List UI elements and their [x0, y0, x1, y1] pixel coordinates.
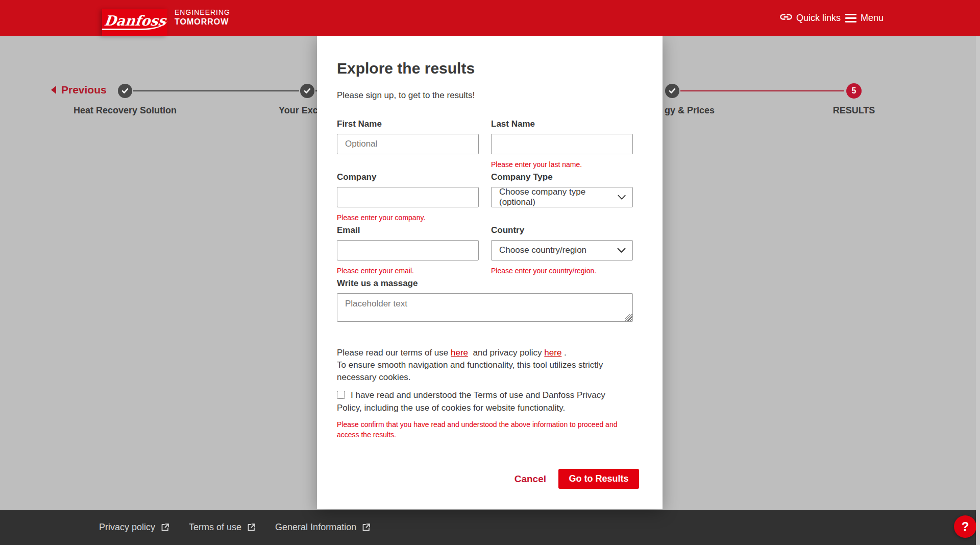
check-icon	[121, 88, 129, 94]
back-arrow-icon	[51, 86, 56, 94]
company-type-value: Choose company type (optional)	[499, 187, 618, 207]
first-name-error	[337, 154, 479, 160]
first-name-input[interactable]	[337, 134, 479, 154]
country-value: Choose country/region	[499, 245, 586, 255]
danfoss-logo-text: Danfoss	[102, 14, 168, 30]
signup-form: First Name Last Name Please enter your l…	[337, 119, 633, 278]
company-error: Please enter your company.	[337, 207, 479, 222]
company-type-select[interactable]: Choose company type (optional)	[491, 187, 633, 207]
footer-link-label: Terms of use	[189, 522, 241, 533]
footer-link-terms-of-use[interactable]: Terms of use	[189, 522, 256, 533]
message-textarea[interactable]	[337, 293, 633, 322]
email-group: Email Please enter your email.	[337, 225, 479, 278]
terms-text: Please read our terms of use	[337, 348, 451, 358]
consent-row: I have read and understood the Terms of …	[337, 389, 629, 414]
app-header: Danfoss ENGINEERING TOMORROW Quick links…	[0, 0, 980, 36]
country-error: Please enter your country/region.	[491, 260, 633, 275]
dialog-subtitle: Please sign up, to get to the results!	[337, 90, 633, 101]
hamburger-icon	[845, 14, 856, 22]
email-label: Email	[337, 225, 479, 235]
menu-label: Menu	[861, 13, 884, 23]
company-input[interactable]	[337, 187, 479, 207]
tagline-line2: TOMORROW	[175, 17, 230, 27]
country-group: Country Choose country/region Please ent…	[491, 225, 633, 278]
last-name-group: Last Name Please enter your last name.	[491, 119, 633, 172]
terms-text: .	[561, 348, 566, 358]
chevron-down-icon	[618, 195, 626, 200]
country-label: Country	[491, 225, 633, 235]
first-name-group: First Name	[337, 119, 479, 172]
step-connector-1-2	[133, 90, 299, 91]
help-button[interactable]: ?	[954, 515, 976, 538]
company-label: Company	[337, 172, 479, 182]
consent-checkbox[interactable]	[337, 391, 345, 399]
step-5-badge[interactable]: 5	[846, 83, 862, 99]
consent-label: I have read and understood the Terms of …	[337, 390, 605, 413]
go-to-results-button[interactable]: Go to Results	[558, 469, 639, 489]
external-link-icon	[161, 523, 169, 532]
message-label: Write us a massage	[337, 278, 633, 289]
step-connector-4-5	[680, 90, 844, 91]
external-link-icon	[247, 523, 256, 532]
last-name-input[interactable]	[491, 134, 633, 154]
external-link-icon	[362, 523, 371, 532]
cancel-button[interactable]: Cancel	[514, 473, 546, 485]
step-5-number: 5	[852, 86, 856, 96]
step-4-label: gy & Prices	[665, 105, 715, 116]
company-type-group: Company Type Choose company type (option…	[491, 172, 633, 225]
step-5-label: RESULTS	[833, 105, 875, 116]
privacy-policy-link[interactable]: here	[544, 348, 561, 358]
chevron-down-icon	[617, 248, 626, 253]
tagline-line1: ENGINEERING	[175, 8, 230, 17]
message-group: Write us a massage	[337, 278, 633, 324]
last-name-error: Please enter your last name.	[491, 154, 633, 169]
terms-text: and privacy policy	[468, 348, 544, 358]
menu-button[interactable]: Menu	[845, 0, 884, 36]
footer-link-label: Privacy policy	[99, 522, 155, 533]
previous-label: Previous	[61, 84, 107, 96]
previous-button[interactable]: Previous	[51, 84, 107, 96]
confirm-error-text: Please confirm that you have read and un…	[337, 419, 624, 440]
quick-links-button[interactable]: Quick links	[780, 0, 841, 36]
email-error: Please enter your email.	[337, 260, 479, 275]
first-name-label: First Name	[337, 119, 479, 129]
company-type-label: Company Type	[491, 172, 633, 182]
footer-link-privacy-policy[interactable]: Privacy policy	[99, 522, 169, 533]
footer-link-general-information[interactable]: General Information	[275, 522, 371, 533]
cookies-notice: To ensure smooth navigation and function…	[337, 360, 603, 382]
question-mark-icon: ?	[962, 519, 969, 534]
email-input[interactable]	[337, 240, 479, 260]
step-1-label: Heat Recovery Solution	[74, 105, 177, 116]
terms-paragraph: Please read our terms of use here and pr…	[337, 347, 623, 384]
company-group: Company Please enter your company.	[337, 172, 479, 225]
footer-link-label: General Information	[275, 522, 356, 533]
engineering-tomorrow-tagline: ENGINEERING TOMORROW	[175, 8, 230, 27]
step-1-circle[interactable]	[118, 84, 132, 98]
terms-of-use-link[interactable]: here	[451, 348, 468, 358]
danfoss-logo[interactable]: Danfoss	[102, 9, 167, 36]
page-footer: Privacy policy Terms of use General Info…	[0, 510, 980, 545]
signup-dialog: Explore the results Please sign up, to g…	[317, 36, 663, 509]
step-2-circle[interactable]	[300, 84, 314, 98]
step-4-circle[interactable]	[665, 84, 679, 98]
check-icon	[669, 88, 676, 94]
dialog-title: Explore the results	[337, 60, 633, 77]
company-type-error	[491, 207, 633, 213]
vertical-scrollbar[interactable]	[976, 36, 980, 545]
check-icon	[304, 88, 311, 94]
link-icon	[780, 12, 792, 24]
country-select[interactable]: Choose country/region	[491, 240, 633, 260]
last-name-label: Last Name	[491, 119, 633, 129]
dialog-actions: Cancel Go to Results	[514, 469, 639, 489]
quick-links-label: Quick links	[796, 13, 841, 23]
